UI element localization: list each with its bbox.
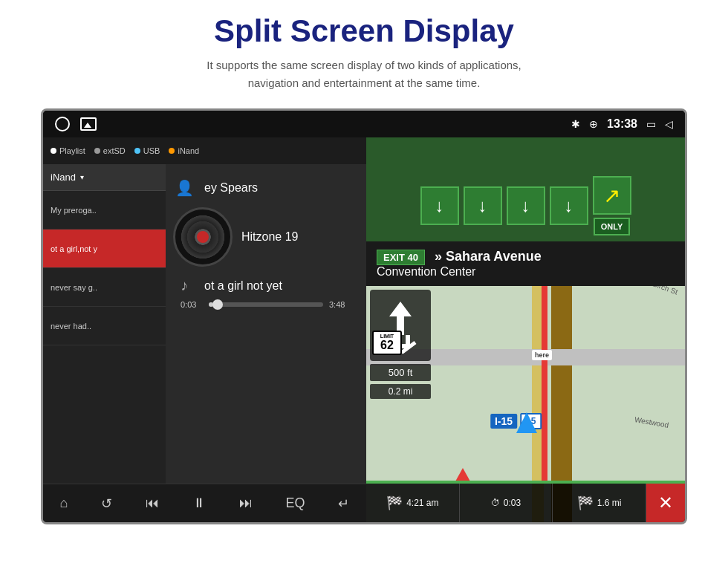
dropdown-arrow-icon: ▾ bbox=[80, 173, 84, 181]
dot-extsd bbox=[94, 148, 100, 154]
sign-arrow-down-2: ↓ bbox=[464, 186, 502, 225]
artist-row: 👤 ey Spears bbox=[173, 179, 359, 197]
sign-arrow-down-1: ↓ bbox=[420, 186, 459, 225]
speed-limit-box: LIMIT 62 bbox=[372, 331, 402, 355]
playlist-header[interactable]: iNand ▾ bbox=[43, 164, 166, 191]
exit-name: » Sahara Avenue bbox=[435, 249, 542, 264]
nav-elapsed-time: ⏱ 0:03 bbox=[460, 484, 553, 522]
status-circle-icon bbox=[55, 117, 70, 131]
source-bar: Playlist extSD USB iNand bbox=[43, 137, 366, 164]
playlist-title: iNand bbox=[51, 172, 76, 183]
nav-remaining-distance: 🏁 1.6 mi bbox=[553, 484, 646, 522]
playlist-sidebar: iNand ▾ My preroga.. ot a girl,not y bbox=[43, 164, 166, 484]
source-inand[interactable]: iNand bbox=[169, 146, 199, 155]
progress-bar-container: 0:03 3:48 bbox=[181, 300, 351, 309]
exit-text: EXIT 40 » Sahara Avenue bbox=[377, 249, 675, 265]
next-button[interactable]: ⏭ bbox=[233, 492, 259, 514]
sign-arrow-down-3: ↓ bbox=[507, 186, 545, 225]
nav-close-button[interactable]: ✕ bbox=[646, 484, 685, 522]
clock-icon: ⏱ bbox=[491, 498, 500, 508]
source-usb[interactable]: USB bbox=[134, 146, 160, 155]
cd-center bbox=[197, 231, 209, 243]
time-current: 0:03 bbox=[181, 300, 203, 309]
page-wrapper: Split Screen Display It supports the sam… bbox=[0, 0, 728, 569]
progress-area: 0:03 3:48 bbox=[173, 300, 359, 309]
status-image-icon bbox=[80, 117, 97, 131]
flag-icon: 🏁 bbox=[386, 495, 403, 511]
sign-arrow-diagonal: ↗ bbox=[593, 176, 631, 215]
nav-bottom-bar: 🏁 4:21 am ⏱ 0:03 🏁 1.6 mi ✕ bbox=[366, 484, 685, 522]
list-item[interactable]: My preroga.. bbox=[43, 191, 166, 230]
main-content: Playlist extSD USB iNand bbox=[43, 137, 685, 522]
status-time: 13:38 bbox=[607, 117, 637, 131]
nav-signs-top: ↓ ↓ ↓ ↓ ↗ ONLY bbox=[366, 137, 685, 241]
nav-arrival-time: 🏁 4:21 am bbox=[366, 484, 460, 522]
status-right: ✱ ⊕ 13:38 ▭ ◁ bbox=[571, 117, 673, 131]
nav-car bbox=[516, 412, 537, 433]
diagonal-arrow-icon: ↗ bbox=[603, 183, 620, 208]
time-total: 3:48 bbox=[329, 300, 351, 309]
album-row: Hitzone 19 bbox=[173, 207, 359, 267]
left-body: iNand ▾ My preroga.. ot a girl,not y bbox=[43, 164, 366, 484]
left-panel: Playlist extSD USB iNand bbox=[43, 137, 366, 522]
source-extsd[interactable]: extSD bbox=[94, 146, 126, 155]
prev-button[interactable]: ⏮ bbox=[140, 492, 165, 514]
pause-button[interactable]: ⏸ bbox=[186, 492, 212, 514]
bluetooth-icon: ✱ bbox=[571, 118, 580, 130]
track-row: ♪ ot a girl not yet bbox=[173, 277, 359, 294]
status-left bbox=[55, 117, 97, 131]
nav-map: Birch St Westwood here ↓ ↓ ↓ ↓ bbox=[366, 137, 685, 522]
list-item[interactable]: never had.. bbox=[43, 307, 166, 345]
artist-name: ey Spears bbox=[204, 181, 258, 195]
track-title: ot a girl not yet bbox=[204, 279, 282, 293]
sign-arrow-down-4: ↓ bbox=[550, 186, 588, 225]
exit-number: EXIT 40 bbox=[377, 250, 425, 265]
speed-limit-sign: LIMIT 62 bbox=[372, 331, 402, 355]
back-icon: ◁ bbox=[665, 118, 673, 130]
exit-subname: Convention Center bbox=[377, 265, 675, 279]
person-icon: 👤 bbox=[173, 179, 195, 197]
album-name: Hitzone 19 bbox=[241, 230, 299, 244]
controls-bar: ⌂ ↺ ⏮ ⏸ ⏭ EQ ↵ bbox=[43, 484, 366, 522]
status-bar: ✱ ⊕ 13:38 ▭ ◁ bbox=[43, 111, 685, 137]
nav-pointer bbox=[455, 468, 470, 481]
speed-limit-label: LIMIT bbox=[374, 334, 400, 339]
home-button[interactable]: ⌂ bbox=[53, 492, 74, 514]
page-title: Split Screen Display bbox=[214, 13, 514, 49]
exit-banner: EXIT 40 » Sahara Avenue Convention Cente… bbox=[366, 241, 685, 286]
eq-button[interactable]: EQ bbox=[280, 492, 311, 514]
location-icon: ⊕ bbox=[589, 118, 598, 130]
distance-box: 500 ft bbox=[370, 364, 431, 381]
progress-thumb bbox=[212, 299, 223, 310]
dot-usb bbox=[134, 148, 140, 154]
list-item[interactable]: never say g.. bbox=[43, 268, 166, 307]
source-playlist[interactable]: Playlist bbox=[51, 146, 85, 155]
playlist-items: My preroga.. ot a girl,not y never say g… bbox=[43, 191, 166, 484]
device-frame: ✱ ⊕ 13:38 ▭ ◁ Playlist extSD bbox=[41, 108, 687, 524]
progress-bar[interactable] bbox=[209, 302, 323, 307]
speed-limit-number: 62 bbox=[374, 339, 400, 352]
dot-inand bbox=[169, 148, 175, 154]
cd-disc bbox=[173, 207, 233, 267]
back-button[interactable]: ↵ bbox=[332, 492, 355, 515]
sign-only-box: ONLY bbox=[594, 218, 631, 235]
car-triangle-icon bbox=[516, 412, 537, 433]
page-subtitle: It supports the same screen display of t… bbox=[207, 56, 521, 92]
dot-playlist bbox=[51, 148, 56, 154]
distance-0-2: 0.2 mi bbox=[370, 384, 431, 399]
list-item[interactable]: ot a girl,not y bbox=[43, 230, 166, 268]
repeat-button[interactable]: ↺ bbox=[95, 492, 118, 515]
i15-text: I-15 bbox=[490, 414, 517, 429]
window-icon: ▭ bbox=[646, 118, 656, 130]
flag2-icon: 🏁 bbox=[577, 495, 594, 511]
music-player: 👤 ey Spears Hitzone 19 bbox=[166, 164, 366, 484]
track-info: 👤 ey Spears Hitzone 19 bbox=[173, 179, 359, 294]
music-icon: ♪ bbox=[173, 277, 195, 294]
here-logo: here bbox=[532, 350, 552, 360]
right-panel: Birch St Westwood here ↓ ↓ ↓ ↓ bbox=[366, 137, 685, 522]
green-signs-row: ↓ ↓ ↓ ↓ ↗ ONLY bbox=[366, 170, 685, 241]
